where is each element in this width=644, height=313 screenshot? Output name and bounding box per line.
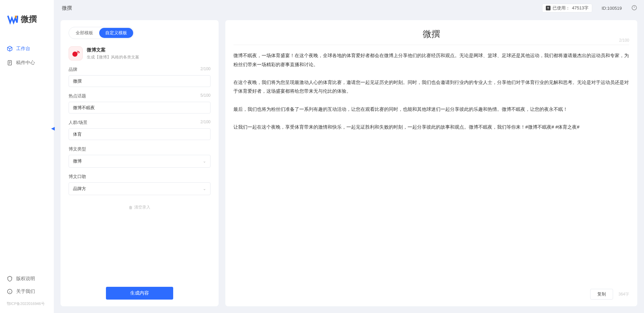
sidebar-collapse-arrow[interactable]: ◀	[51, 126, 55, 131]
clear-label: 清空录入	[134, 205, 150, 210]
nav-item-drafts[interactable]: 稿件中心	[0, 56, 54, 70]
copy-button[interactable]: 复制	[590, 289, 613, 300]
field-count-scene: 2/100	[200, 120, 211, 126]
brand-input[interactable]	[69, 75, 211, 87]
nav-item-copyright[interactable]: 版权说明	[7, 272, 47, 285]
topic-input[interactable]	[69, 102, 211, 114]
form: 品牌 2/100 热点话题 5/100	[69, 66, 211, 280]
field-label-scene: 人群/场景	[69, 120, 87, 126]
topbar-right: T 已使用： 47513字 ID:100519	[542, 4, 637, 12]
generate-button[interactable]: 生成内容	[106, 287, 173, 300]
power-icon[interactable]	[631, 5, 637, 12]
tab-custom-templates[interactable]: 自定义模板	[99, 28, 133, 38]
icp-text: 鄂ICP备2022016946号	[0, 301, 54, 306]
main: 微撰 T 已使用： 47513字 ID:100519 全部模板 自定义模板	[54, 0, 644, 313]
info-icon	[7, 288, 13, 295]
field-count-topic: 5/100	[200, 93, 211, 99]
post-tone-select[interactable]: 品牌方 ⌄	[69, 182, 211, 195]
text-icon: T	[546, 6, 551, 10]
field-label-tone: 博文口吻	[69, 174, 86, 180]
nav-item-label: 稿件中心	[16, 60, 35, 66]
weibo-icon	[69, 46, 83, 60]
usage-badge[interactable]: T 已使用： 47513字	[542, 4, 592, 12]
nav-item-workspace[interactable]: 工作台	[0, 42, 54, 56]
template-title: 微博文案	[87, 47, 139, 53]
brand-text: 微撰	[21, 14, 37, 25]
field-label-type: 博文类型	[69, 146, 86, 152]
output-body: 微博不眠夜，一场体育盛宴！在这个夜晚，全球各地的体育爱好者都会在微博上分享他们的…	[233, 51, 629, 131]
brand-logo: 微撰	[0, 7, 54, 35]
char-count: 364字	[618, 292, 629, 297]
nav-item-label: 版权说明	[16, 276, 35, 282]
sidebar-footer: 版权说明 关于我们	[0, 272, 54, 301]
template-desc: 生成【微博】风格的各类文案	[87, 54, 139, 60]
page-title: 微撰	[62, 5, 72, 11]
nav-item-label: 工作台	[16, 46, 30, 52]
output-panel: 微撰 2/100 微博不眠夜，一场体育盛宴！在这个夜晚，全球各地的体育爱好者都会…	[225, 20, 637, 306]
logo-icon	[7, 13, 18, 25]
field-label-brand: 品牌	[69, 66, 77, 73]
chevron-down-icon: ⌄	[203, 159, 206, 164]
chevron-down-icon: ⌄	[203, 186, 206, 191]
template-card: 微博文案 生成【微博】风格的各类文案	[69, 44, 211, 66]
svg-point-3	[72, 52, 77, 57]
document-icon	[7, 60, 13, 66]
cube-icon	[7, 46, 13, 52]
content: 全部模板 自定义模板 微博文案 生成【微博】风格的各类文案 品牌	[54, 16, 644, 313]
usage-prefix: 已使用：	[553, 5, 570, 11]
tab-all-templates[interactable]: 全部模板	[70, 28, 99, 38]
user-id-label: ID:100519	[602, 6, 622, 11]
nav-item-label: 关于我们	[16, 288, 35, 295]
output-top-count: 2/100	[619, 38, 629, 43]
shield-icon	[7, 276, 13, 282]
nav-item-about[interactable]: 关于我们	[7, 285, 47, 298]
select-value: 品牌方	[73, 186, 86, 192]
clear-input-link[interactable]: 🗑 清空录入	[69, 201, 211, 214]
field-count-brand: 2/100	[200, 66, 211, 73]
output-title: 微撰	[233, 27, 629, 45]
usage-value: 47513字	[572, 5, 589, 11]
topbar: 微撰 T 已使用： 47513字 ID:100519	[54, 0, 644, 16]
template-tabs: 全部模板 自定义模板	[69, 27, 134, 39]
input-panel: 全部模板 自定义模板 微博文案 生成【微博】风格的各类文案 品牌	[61, 20, 219, 306]
nav: 工作台 稿件中心	[0, 35, 54, 272]
post-type-select[interactable]: 微博 ⌄	[69, 155, 211, 168]
sidebar: 微撰 工作台 稿件中心 版权说明	[0, 0, 54, 313]
select-value: 微博	[73, 158, 82, 164]
scene-input[interactable]	[69, 128, 211, 140]
trash-icon: 🗑	[129, 205, 133, 210]
field-label-topic: 热点话题	[69, 93, 86, 99]
